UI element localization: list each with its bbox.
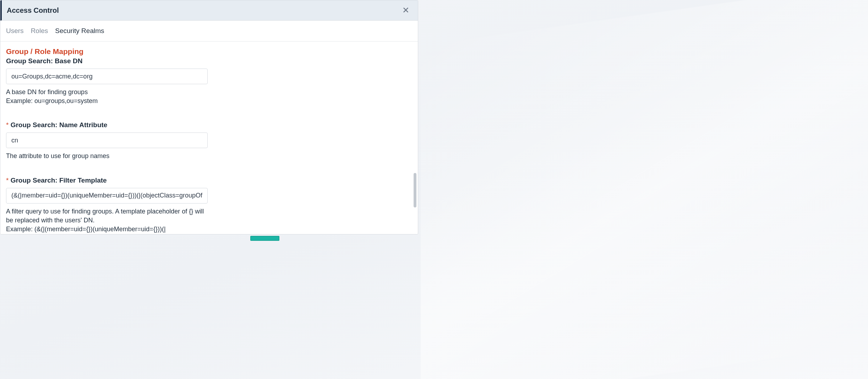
input-base-dn[interactable] [6, 69, 208, 84]
help-filter-1: A filter query to use for finding groups… [6, 207, 205, 225]
scrollbar-thumb[interactable] [414, 173, 416, 207]
panel-title: Access Control [7, 6, 59, 15]
panel-header: Access Control ✕ [0, 0, 418, 21]
field-base-dn: Group Search: Base DN A base DN for find… [6, 57, 406, 105]
content-wrap: Group / Role Mapping Group Search: Base … [0, 42, 418, 234]
access-control-panel: Access Control ✕ Users Roles Security Re… [0, 0, 418, 234]
label-base-dn: Group Search: Base DN [6, 57, 82, 65]
help-name-attr: The attribute to use for group names [6, 152, 205, 161]
tab-bar: Users Roles Security Realms [0, 21, 418, 42]
section-title: Group / Role Mapping [6, 47, 406, 56]
tab-users[interactable]: Users [6, 27, 24, 35]
input-filter[interactable] [6, 188, 208, 204]
form-content: Group / Role Mapping Group Search: Base … [0, 42, 412, 234]
tab-security-realms[interactable]: Security Realms [55, 27, 104, 35]
help-base-dn-1: A base DN for finding groups [6, 88, 205, 97]
close-icon[interactable]: ✕ [400, 5, 411, 15]
help-base-dn-2: Example: ou=groups,ou=system [6, 97, 205, 105]
tab-roles[interactable]: Roles [31, 27, 48, 35]
scrollbar-track[interactable] [412, 42, 418, 234]
label-filter: Group Search: Filter Template [6, 177, 107, 184]
field-name-attr: Group Search: Name Attribute The attribu… [6, 121, 406, 161]
bottom-accent-bar [250, 236, 279, 241]
help-filter-2: Example: (&(|(member=uid={})(uniqueMembe… [6, 225, 205, 234]
field-filter: Group Search: Filter Template A filter q… [6, 177, 406, 234]
background-decoration [421, 0, 868, 379]
input-name-attr[interactable] [6, 132, 208, 148]
label-name-attr: Group Search: Name Attribute [6, 121, 107, 129]
